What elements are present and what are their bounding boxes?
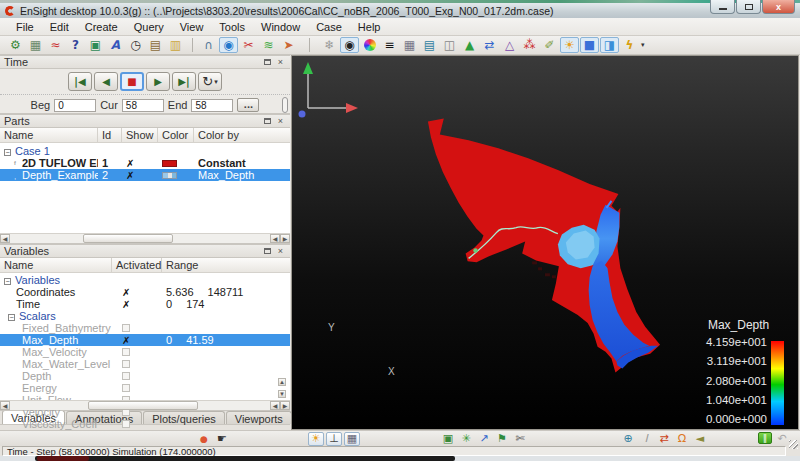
variable-row-energy[interactable]: Energy [0,382,290,394]
variables-vscrollbar[interactable]: ▲ ▼ [278,374,289,398]
expander-icon[interactable]: − [8,314,15,321]
viewport-icon[interactable]: ▣ [86,37,105,53]
frame-select-icon[interactable]: ▣ [440,432,456,446]
probe-icon[interactable]: ∩ [199,37,218,53]
activated-checkbox[interactable]: ✗ [122,287,130,298]
variable-row-time[interactable]: Time ✗ 0174 [0,298,290,310]
dropdown-caret-icon[interactable]: ▾ [641,41,645,49]
command-script-icon[interactable]: ϟ [620,37,639,53]
undo-arc-icon[interactable]: ↶ [774,432,790,446]
scalars-group-row[interactable]: −Scalars [0,310,290,322]
scroll-left-icon[interactable]: ◀ [270,234,280,243]
variable-row-fixed-bathymetry[interactable]: Fixed_Bathymetry [0,322,290,334]
col-range[interactable]: Range [162,258,290,272]
activated-checkbox[interactable] [122,372,130,380]
swap-arrows-icon[interactable]: ⇄ [656,432,672,446]
network-nodes-icon[interactable]: ⁂ [520,37,539,53]
dock-close-button[interactable]: × [275,116,286,126]
power-status-icon[interactable]: ∥ [758,432,772,444]
query-plot-icon[interactable]: ≈ [46,37,65,53]
toolbox-icon[interactable]: ▥ [166,37,185,53]
play-back-button[interactable]: ◀ [94,72,118,91]
activated-checkbox[interactable] [122,420,130,428]
scroll-right-icon[interactable]: ▶ [280,234,290,243]
parts-hscroll-thumb[interactable] [83,234,173,243]
menu-query[interactable]: Query [126,19,172,35]
titlebar[interactable]: EnSight desktop 10.0.3(g) :: (..\Project… [0,3,800,18]
activated-checkbox[interactable]: ✗ [122,335,130,346]
variables-hscroll-thumb[interactable] [88,401,198,410]
col-name[interactable]: Name [0,258,112,272]
variable-row-viscosity-coeff[interactable]: Viscosity_Coeff [0,418,290,430]
gears-icon[interactable]: ⚙ [6,37,25,53]
time-more-button[interactable]: ... [237,98,259,112]
element-representation-icon[interactable]: ▦ [400,37,419,53]
play-forward-button[interactable]: ▶ [146,72,170,91]
menu-edit[interactable]: Edit [42,19,77,35]
parts-case-row[interactable]: −Case 1 [0,145,290,157]
color-wheel-icon[interactable] [360,37,379,53]
dock-close-button[interactable]: × [275,246,286,256]
menu-create[interactable]: Create [77,19,126,35]
help-query-icon[interactable]: ? [66,37,85,53]
clip-scissors-icon[interactable]: ✂ [239,37,258,53]
menu-view[interactable]: View [172,19,212,35]
sunlight-small-icon[interactable]: ☀ [308,432,324,446]
ibeam-icon[interactable]: I [638,432,654,446]
menu-help[interactable]: Help [350,19,389,35]
col-color[interactable]: Color [158,128,194,142]
visibility-eye-icon[interactable]: ◉ [340,37,359,53]
time-scrollbar-thumb[interactable] [282,97,288,113]
axis-triad-icon[interactable]: ⊥ [326,432,342,446]
scroll-up-icon[interactable]: ▲ [278,378,286,386]
expander-icon[interactable]: − [4,278,11,285]
manual-book-icon[interactable]: ▤ [146,37,165,53]
streamlines-icon[interactable]: ≋ [259,37,278,53]
minimize-button[interactable] [710,0,735,14]
cur-input[interactable]: 58 [122,99,164,112]
dock-float-button[interactable] [262,57,273,67]
back-arrow-icon[interactable]: ◄ [692,432,708,446]
snip-tool-icon[interactable]: ✄ [512,432,528,446]
variable-row-max-water-level[interactable]: Max_Water_Level [0,358,290,370]
flow-speed-icon[interactable]: ➤ [279,37,298,53]
show-checkbox[interactable]: ✗ [126,170,134,181]
time-clock-icon[interactable]: ◷ [126,37,145,53]
activated-checkbox[interactable] [122,348,130,356]
col-name[interactable]: Name [0,128,98,142]
calculator-icon[interactable]: ▦ [26,37,45,53]
parts-hscrollbar[interactable]: ◀ ◀ ▶ [0,233,290,243]
activated-checkbox[interactable]: ✗ [122,299,130,310]
col-show[interactable]: Show [122,128,158,142]
flag-marker-icon[interactable]: ⚑ [494,432,510,446]
loop-button[interactable]: ↻▾ [198,72,222,91]
snowflake-deactivate-icon[interactable]: ❄ [320,37,339,53]
line-width-icon[interactable]: ≡ [380,37,399,53]
expander-icon[interactable]: − [4,149,11,156]
sunlight-icon[interactable]: ☀ [560,37,579,53]
edit-tool-icon[interactable]: ✐ [540,37,559,53]
parts-dock-titlebar[interactable]: Parts × [0,114,290,128]
scroll-left-icon[interactable]: ◀ [0,234,10,243]
dock-float-button[interactable] [262,246,273,256]
time-dock-titlebar[interactable]: Time × [0,55,290,69]
zoom-in-icon[interactable]: ⊕ [620,432,636,446]
group-parts-icon[interactable]: ◫ [440,37,459,53]
step-end-button[interactable]: ▶| [172,72,196,91]
vector-arrows-icon[interactable]: ⇄ [480,37,499,53]
render-viewport[interactable]: Y X Max_Depth 4.159e+001 3.119e+001 2.08… [291,55,799,430]
col-activated[interactable]: Activated [112,258,162,272]
cone-icon[interactable]: ▲ [460,37,479,53]
star-tool-icon[interactable]: ✳ [458,432,474,446]
pen-arrow-icon[interactable]: ↗ [476,432,492,446]
activated-checkbox[interactable] [122,324,130,332]
record-dot-icon[interactable]: ● [196,432,212,446]
variable-row-max-velocity[interactable]: Max_Velocity [0,346,290,358]
activated-checkbox[interactable] [122,360,130,368]
dock-float-button[interactable] [262,116,273,126]
col-id[interactable]: Id [98,128,122,142]
dock-close-button[interactable]: × [275,57,286,67]
menu-case[interactable]: Case [308,19,350,35]
hand-pointer-icon[interactable]: ☛ [214,432,230,446]
menu-file[interactable]: File [8,19,42,35]
